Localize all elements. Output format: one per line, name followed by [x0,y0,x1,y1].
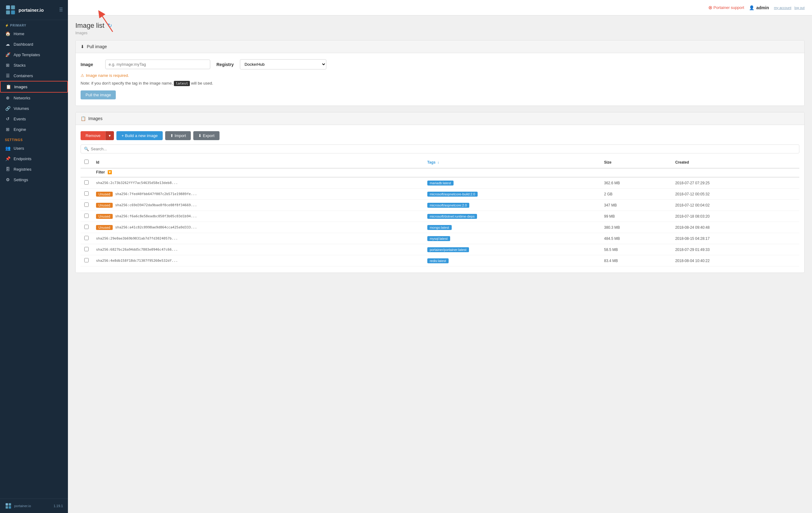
row-checkbox-1[interactable] [84,191,89,196]
tags-column-header[interactable]: Tags ↕ [424,156,601,168]
checkbox-all-header [81,156,92,168]
dashboard-icon: ☁ [5,42,10,47]
sidebar-logo: portainer.io ⠿ [0,0,68,20]
export-button[interactable]: ⬇ Export [193,131,219,140]
row-size-cell: 99 MB [600,211,671,222]
row-checkbox-6[interactable] [84,247,89,251]
registry-field-label: Registry [216,62,234,67]
support-link[interactable]: ⊗ Portainer support [708,5,744,10]
row-tag-badge: redis:latest [427,258,448,263]
footer-logo-text: portainer.io [14,504,31,508]
sidebar-item-settings[interactable]: ⚙ Settings [0,174,68,185]
row-created-cell: 2018-07-29 01:49:33 [671,244,799,255]
sidebar-item-images[interactable]: 📋 Images [0,81,68,93]
row-id-cell: sha256:4e8db158f18dc71307f95260e532df... [92,255,424,266]
row-checkbox-3[interactable] [84,214,89,218]
warning-message: Image name is required. [86,73,129,78]
sidebar-item-endpoints[interactable]: 📌 Endpoints [0,153,68,164]
engine-icon: ⊞ [5,127,10,132]
content-area: Image list ↻ Images ⬇ Pull image Im [68,16,812,513]
row-checkbox-cell [81,200,92,211]
sidebar-item-app-templates[interactable]: 🚀 App Templates [0,50,68,60]
sidebar-item-volumes[interactable]: 🔗 Volumes [0,103,68,114]
row-checkbox-4[interactable] [84,225,89,229]
sidebar-toggle[interactable]: ⠿ [59,6,63,13]
sidebar-item-home-label: Home [13,31,24,36]
pull-image-button[interactable]: Pull the image [81,90,116,99]
users-icon: 👥 [5,146,10,151]
latest-badge: latest [174,81,190,86]
svg-rect-7 [9,506,11,509]
refresh-button[interactable]: ↻ [108,22,112,29]
table-row: sha256:29e0ae3b69b9031ab7d7fd3024057b...… [81,233,799,244]
row-checkbox-5[interactable] [84,236,89,240]
log-out-link[interactable]: log out [794,6,805,9]
warning-icon: ⚠ [81,73,84,78]
sidebar-item-containers[interactable]: ☰ Containers [0,70,68,81]
size-column-label: Size [604,160,611,164]
images-panel-body: Remove ▾ + Build a new image ⬆ Import ⬇ … [76,125,804,273]
images-icon: 📋 [5,84,11,89]
row-id-cell: Unused sha256:f6a6c8e58eadbc050f3b05c03d… [92,211,424,222]
row-created-cell: 2018-07-12 00:05:32 [671,189,799,200]
build-new-image-button[interactable]: + Build a new image [116,131,163,140]
sidebar-item-events[interactable]: ↺ Events [0,114,68,124]
note-text-prefix: Note: if you don't specify the tag in th… [81,81,173,86]
row-id-value: sha256:c69d39472da9bae8f0ce08f8f34669... [115,203,197,207]
stacks-icon: ⊞ [5,63,10,68]
sidebar-item-engine[interactable]: ⊞ Engine [0,124,68,134]
remove-button[interactable]: Remove [81,131,105,140]
row-size-cell: 83.4 MB [600,255,671,266]
select-all-checkbox[interactable] [84,159,89,164]
row-size-cell: 380.3 MB [600,222,671,233]
row-checkbox-cell [81,177,92,189]
row-tag-cell: microsoft/aspnetcore:2.0 [424,200,601,211]
filter-label: Filter [96,170,105,174]
row-checkbox-7[interactable] [84,258,89,262]
unused-badge: Unused [96,225,113,230]
image-form-row: Image Registry DockerHub [81,59,799,69]
sidebar-item-stacks-label: Stacks [13,63,26,68]
row-created-cell: 2018-07-18 08:03:20 [671,211,799,222]
table-row: sha256:4e8db158f18dc71307f95260e532df...… [81,255,799,266]
sidebar-item-networks[interactable]: ⊕ Networks [0,93,68,103]
row-size-cell: 347 MB [600,200,671,211]
my-account-link[interactable]: my account [774,6,791,9]
table-row: sha256:2c73b3262fff7ac54635d58e13deb8...… [81,177,799,189]
sidebar-item-volumes-label: Volumes [13,106,29,111]
sidebar-item-stacks[interactable]: ⊞ Stacks [0,60,68,70]
images-panel-heading: 📋 Images [76,112,804,125]
pull-image-note: Note: if you don't specify the tag in th… [81,81,799,86]
user-menu[interactable]: 👤 admin [749,5,769,10]
svg-rect-6 [5,506,8,509]
row-tag-cell: microsoft/dotnet:runtime-deps [424,211,601,222]
images-heading-label: Images [88,116,103,121]
registry-select[interactable]: DockerHub [240,59,326,69]
search-input[interactable] [91,147,796,151]
sidebar-item-registries[interactable]: 🗄 Registries [0,164,68,174]
created-column-label: Created [675,160,689,164]
row-checkbox-2[interactable] [84,203,89,207]
remove-dropdown-toggle[interactable]: ▾ [105,131,114,140]
search-box[interactable]: 🔍 [81,145,799,153]
sidebar-item-home[interactable]: 🏠 Home [0,28,68,39]
svg-rect-5 [9,503,11,506]
remove-button-group: Remove ▾ [81,131,114,140]
networks-icon: ⊕ [5,95,10,100]
table-row: Unused sha256:f6a6c8e58eadbc050f3b05c03d… [81,211,799,222]
image-input[interactable] [105,60,210,69]
sidebar-item-users[interactable]: 👥 Users [0,143,68,153]
row-id-value: sha256:a41c82c0998ae9d864cca425a9d333... [115,225,197,229]
row-id-value: sha256:7fed40fbb647f007c2b571e19889fe... [115,192,197,196]
import-button[interactable]: ⬆ Import [165,131,191,140]
row-checkbox-0[interactable] [84,180,89,185]
row-tag-badge: microsoft/aspnetcore-build:2.0 [427,192,477,197]
support-label: Portainer support [714,5,744,10]
pull-image-heading-label: Pull image [87,44,107,49]
table-row: sha256:6827bc26a94dd5c7803e0946c47c66...… [81,244,799,255]
sidebar: portainer.io ⠿ ⚡ PRIMARY 🏠 Home ☁ Dashbo… [0,0,68,513]
sidebar-item-dashboard[interactable]: ☁ Dashboard [0,39,68,50]
sidebar-item-app-templates-label: App Templates [13,53,40,57]
footer-logo-icon [5,503,12,509]
row-created-cell: 2018-08-24 09:40:48 [671,222,799,233]
